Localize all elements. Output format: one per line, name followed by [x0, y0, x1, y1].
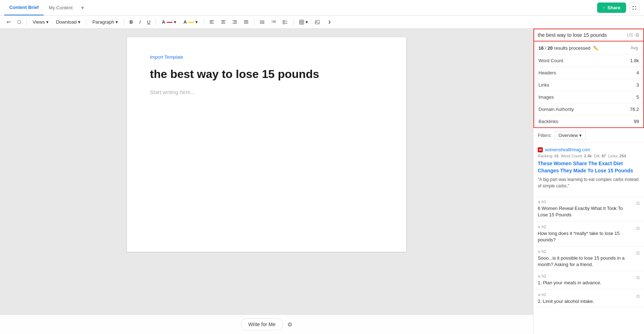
import-template-link[interactable]: Import Template: [150, 54, 383, 60]
write-bar: Write for Me ⚙: [0, 314, 533, 334]
bullet-list-button[interactable]: [257, 18, 267, 26]
align-left-button[interactable]: [207, 18, 217, 26]
heading-item-h2-4: ∨ h2 2. Limit your alcohol intake. ⧉: [533, 290, 644, 308]
share-button[interactable]: ↑ Share: [597, 3, 626, 13]
word-count-value: 1.8k: [630, 58, 639, 63]
stats-results-text: 16 / 20 results processed ✏️: [538, 45, 599, 51]
site-link[interactable]: womenshealthmag.com: [545, 147, 590, 152]
italic-button[interactable]: I: [137, 18, 143, 26]
domain-authority-label: Domain Authority: [538, 107, 574, 112]
result-title[interactable]: These Women Share The Exact Diet Changes…: [538, 160, 640, 174]
add-tab-button[interactable]: +: [78, 3, 88, 13]
font-color-dropdown[interactable]: A ▾: [159, 18, 179, 26]
svg-rect-9: [244, 20, 248, 21]
checklist-button[interactable]: [280, 18, 290, 26]
search-gear-icon[interactable]: ⚙: [635, 32, 640, 38]
paragraph-dropdown[interactable]: Paragraph ▾: [89, 18, 121, 26]
results-list[interactable]: W womenshealthmag.com Ranking: #1 Word C…: [533, 143, 644, 334]
svg-text:2.: 2.: [272, 21, 273, 23]
svg-rect-5: [221, 23, 225, 24]
editor-title[interactable]: the best way to lose 15 pounds: [150, 67, 383, 82]
copy-heading-h1-icon[interactable]: ⧉: [636, 200, 640, 206]
svg-rect-22: [283, 20, 284, 22]
main-layout: Import Template the best way to lose 15 …: [0, 29, 644, 334]
heading-text-h2-3: 1. Plan your meals in advance.: [538, 280, 636, 286]
save-button[interactable]: ⬡: [15, 18, 24, 26]
more-button[interactable]: [324, 18, 334, 26]
overview-filter-dropdown[interactable]: Overview ▾: [555, 131, 586, 140]
svg-rect-15: [261, 22, 264, 22]
align-justify-button[interactable]: [241, 18, 251, 26]
image-button[interactable]: [312, 18, 322, 26]
editor-toolbar: ↩ ⬡ Views ▾ Download ▾ Paragraph ▾ B I U…: [0, 16, 644, 29]
editor-placeholder[interactable]: Start writing here...: [150, 89, 383, 95]
undo-button[interactable]: ↩: [4, 18, 13, 26]
views-dropdown[interactable]: Views ▾: [30, 18, 52, 26]
copy-heading-h2-3-icon[interactable]: ⧉: [636, 275, 640, 281]
editor-scroll[interactable]: Import Template the best way to lose 15 …: [0, 29, 533, 334]
search-locale: US: [627, 33, 633, 38]
copy-heading-h2-1-icon[interactable]: ⧉: [636, 225, 640, 231]
heading-tag-h2-4: ∨ h2: [538, 293, 636, 297]
svg-rect-8: [233, 23, 237, 24]
underline-button[interactable]: U: [145, 18, 153, 26]
heading-text-h2-1: How long does it *really* take to lose 1…: [538, 230, 636, 243]
svg-point-32: [316, 21, 317, 22]
svg-point-14: [260, 21, 261, 22]
svg-rect-3: [221, 20, 225, 21]
download-dropdown[interactable]: Download ▾: [53, 18, 83, 26]
align-center-button[interactable]: [218, 18, 228, 26]
svg-rect-25: [285, 23, 287, 23]
expand-button[interactable]: [629, 3, 640, 13]
heading-item-h1: ∨ h1 6 Women Reveal Exactly What It Took…: [533, 197, 644, 221]
toolbar-sep-5: [204, 19, 204, 26]
search-input[interactable]: [538, 32, 623, 38]
tab-content-brief[interactable]: Content Brief: [4, 0, 44, 15]
headers-row: Headers 4: [534, 67, 643, 79]
svg-rect-26: [299, 20, 304, 24]
write-settings-icon[interactable]: ⚙: [287, 321, 292, 328]
links-value: 3: [636, 82, 639, 88]
svg-point-16: [260, 23, 261, 24]
headers-value: 4: [636, 70, 639, 75]
svg-rect-0: [210, 20, 214, 21]
write-for-me-button[interactable]: Write for Me: [241, 318, 283, 330]
svg-rect-17: [261, 23, 264, 23]
tab-bar-right: ↑ Share: [597, 3, 640, 13]
favicon-icon: W: [538, 147, 543, 152]
toolbar-sep-2: [86, 19, 87, 26]
highlight-dropdown[interactable]: A ▾: [181, 18, 201, 26]
heading-text-h2-4: 2. Limit your alcohol intake.: [538, 298, 636, 305]
result-snippet: "A big part was learning to eat complex …: [538, 176, 640, 189]
paragraph-label: Paragraph: [92, 19, 114, 25]
align-right-button[interactable]: [230, 18, 240, 26]
numbered-list-button[interactable]: 1.2.: [269, 18, 279, 26]
share-label: Share: [608, 5, 620, 10]
svg-rect-1: [210, 21, 213, 22]
svg-rect-4: [222, 21, 225, 22]
right-panel: US ⚙ 16 / 20 results processed ✏️ Avg.: [533, 29, 644, 334]
write-for-me-label: Write for Me: [248, 321, 275, 327]
stats-header: 16 / 20 results processed ✏️ Avg.: [534, 41, 643, 55]
heading-tag-h1: ∨ h1: [538, 200, 636, 204]
copy-heading-h2-4-icon[interactable]: ⧉: [636, 293, 640, 299]
views-label: Views: [33, 19, 45, 25]
svg-rect-2: [210, 23, 214, 24]
domain-authority-row: Domain Authority 76.2: [534, 103, 643, 116]
result-site: W womenshealthmag.com: [538, 147, 640, 152]
heading-tag-h2-3: ∨ h2: [538, 274, 636, 279]
word-count-label: Word Count: [538, 58, 563, 63]
edit-results-icon[interactable]: ✏️: [593, 46, 599, 51]
svg-rect-23: [283, 23, 284, 24]
heading-text-h1: 6 Women Reveal Exactly What It Took To L…: [538, 205, 636, 218]
svg-rect-19: [273, 20, 276, 21]
images-value: 5: [636, 94, 639, 100]
editor-paper: Import Template the best way to lose 15 …: [127, 37, 406, 252]
tab-my-content[interactable]: My Content: [44, 0, 77, 15]
copy-heading-h2-2-icon[interactable]: ⧉: [636, 250, 640, 256]
overview-chevron-icon: ▾: [579, 133, 582, 138]
toolbar-sep-3: [124, 19, 124, 26]
toolbar-sep-4: [156, 19, 156, 26]
bold-button[interactable]: B: [127, 18, 135, 26]
table-dropdown[interactable]: ▾: [296, 18, 311, 26]
